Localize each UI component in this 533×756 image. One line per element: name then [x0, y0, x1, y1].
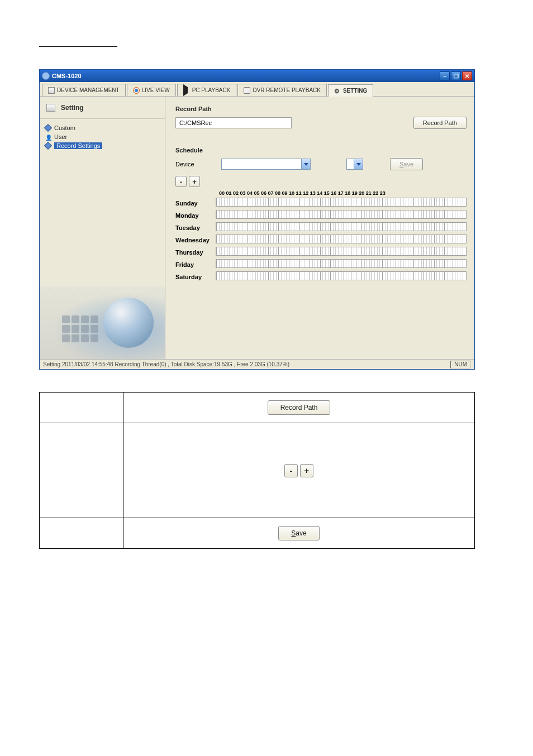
channel-dropdown[interactable] [346, 159, 363, 170]
window-title: CMS-1020 [52, 73, 440, 79]
record-path-label: Record Path [175, 106, 467, 112]
tape-icon [244, 87, 250, 94]
minimize-button[interactable]: – [440, 71, 450, 80]
schedule-strip[interactable] [216, 247, 467, 256]
sidebar-title: Setting [61, 104, 84, 112]
schedule-grid: SundayMondayTuesdayWednesdayThursdayFrid… [175, 189, 467, 283]
sidebar-item-custom[interactable]: Custom [45, 123, 159, 132]
schedule-strip[interactable] [216, 235, 467, 243]
document-icon [48, 87, 55, 94]
schedule-remove-button[interactable]: - [175, 176, 187, 187]
gear-icon [334, 88, 341, 94]
schedule-strip[interactable] [216, 210, 467, 219]
schedule-label: Schedule [175, 147, 467, 154]
spec-minus-button: - [284, 464, 298, 477]
day-label: Sunday [175, 200, 210, 207]
tab-device-management[interactable]: DEVICE MANAGEMENT [42, 84, 126, 96]
day-label: Saturday [175, 274, 210, 280]
chevron-down-icon [301, 159, 310, 169]
eye-icon [133, 87, 140, 94]
record-path-input[interactable] [175, 117, 292, 128]
spec-save-button: Save [278, 526, 319, 540]
device-dropdown[interactable] [221, 159, 311, 170]
diamond-icon [44, 142, 52, 150]
status-bar: Setting 2011/03/02 14:55:48 Recording Th… [40, 359, 474, 369]
save-button[interactable]: Save [390, 158, 423, 170]
schedule-add-button[interactable]: + [189, 176, 200, 187]
day-label: Tuesday [175, 224, 210, 231]
sidebar-item-user[interactable]: User [45, 132, 159, 141]
schedule-strip[interactable] [216, 198, 467, 207]
schedule-strip[interactable] [216, 222, 467, 231]
user-icon [45, 134, 51, 140]
day-label: Thursday [175, 249, 210, 256]
status-num-indicator: NUM [450, 361, 471, 369]
tab-bar: DEVICE MANAGEMENT LIVE VIEW PC PLAYBACK … [40, 82, 474, 97]
close-button[interactable]: ✕ [462, 71, 472, 80]
sidebar: Setting Custom User Record Settings [40, 97, 165, 359]
spec-table: Record Path - + Save [39, 392, 475, 549]
tab-setting[interactable]: SETTING [328, 84, 373, 97]
title-bar: CMS-1020 – ❐ ✕ [40, 70, 474, 82]
record-path-button[interactable]: Record Path [413, 117, 467, 129]
schedule-strip[interactable] [216, 259, 467, 268]
diamond-icon [44, 124, 52, 132]
tab-pc-playback[interactable]: PC PLAYBACK [177, 84, 237, 96]
play-icon [183, 87, 190, 94]
sidebar-item-label: User [54, 133, 67, 140]
save-mnemonic: S [291, 529, 296, 537]
app-window: CMS-1020 – ❐ ✕ DEVICE MANAGEMENT LIVE VI… [39, 69, 475, 370]
day-label: Friday [175, 261, 210, 268]
sidebar-decoration [40, 286, 165, 359]
tab-label: PC PLAYBACK [192, 87, 231, 93]
day-label: Wednesday [175, 237, 210, 243]
schedule-strip[interactable] [216, 271, 467, 280]
tab-dvr-remote-playback[interactable]: DVR REMOTE PLAYBACK [237, 84, 327, 96]
content-pane: Record Path Record Path Schedule Device … [165, 97, 474, 359]
status-text: Setting 2011/03/02 14:55:48 Recording Th… [43, 361, 289, 367]
save-suffix: ave [403, 161, 413, 168]
save-suffix: ave [296, 529, 306, 537]
tab-live-view[interactable]: LIVE VIEW [127, 84, 176, 96]
sidebar-item-record-settings[interactable]: Record Settings [45, 141, 159, 150]
chevron-down-icon [354, 159, 363, 169]
setting-header-icon [46, 104, 55, 112]
tab-label: DEVICE MANAGEMENT [57, 87, 120, 93]
tab-label: DVR REMOTE PLAYBACK [253, 87, 321, 93]
spec-plus-button: + [300, 464, 313, 477]
spec-record-path-button: Record Path [268, 400, 331, 415]
tab-label: SETTING [343, 88, 367, 94]
sidebar-item-label: Custom [54, 125, 75, 131]
maximize-button[interactable]: ❐ [451, 71, 461, 80]
day-label: Monday [175, 212, 210, 219]
sidebar-tree: Custom User Record Settings [40, 119, 165, 155]
tab-label: LIVE VIEW [142, 87, 170, 93]
sidebar-header: Setting [40, 97, 165, 119]
section-underline [39, 39, 117, 47]
device-label: Device [175, 161, 198, 168]
app-icon [42, 72, 50, 80]
hours-header: 00 01 02 03 04 05 06 07 08 09 10 11 12 1… [216, 190, 467, 196]
sidebar-item-label: Record Settings [54, 142, 102, 149]
